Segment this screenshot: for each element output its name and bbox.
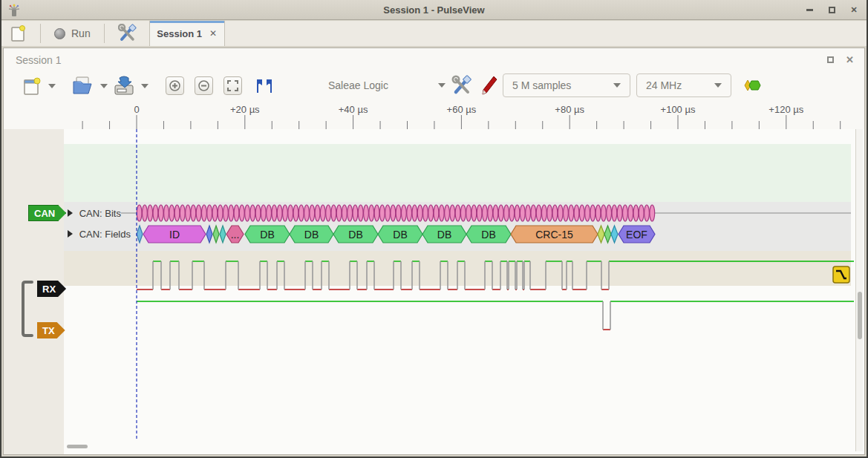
can-bit-annotation: [180, 205, 185, 221]
vertical-scrollbar-handle[interactable]: [858, 292, 862, 339]
can-bit-annotation: [639, 205, 644, 221]
can-bit-annotation: [547, 205, 552, 221]
can-bit-annotation: [234, 205, 239, 221]
can-bit-annotation: [223, 205, 229, 221]
horizontal-scrollbar-handle[interactable]: [67, 445, 88, 448]
row-label-can-fields[interactable]: CAN: Fields: [68, 229, 131, 240]
expand-icon[interactable]: [68, 209, 73, 217]
can-bit-annotation: [650, 205, 655, 221]
can-bit-annotation: [558, 205, 563, 221]
run-label: Run: [71, 27, 91, 39]
can-bit-annotation: [326, 205, 331, 221]
can-bit-annotation: [250, 205, 255, 221]
session-tab-label: Session 1: [157, 28, 202, 39]
can-bit-annotation: [261, 205, 266, 221]
decoder-tag-label: CAN: [34, 208, 55, 219]
run-button[interactable]: Run: [45, 21, 99, 46]
maximize-button[interactable]: [826, 5, 837, 16]
can-bit-annotation: [564, 205, 569, 221]
can-bit-annotation: [434, 205, 439, 221]
can-field-label: CRC-15: [535, 229, 573, 241]
can-bit-annotation: [531, 205, 536, 221]
configure-device-icon[interactable]: [451, 75, 472, 96]
can-bit-annotation: [342, 205, 347, 221]
can-bit-annotation: [612, 205, 617, 221]
save-file-icon[interactable]: [114, 75, 134, 96]
close-icon: ✕: [850, 5, 857, 15]
can-bit-annotation: [288, 205, 293, 221]
can-bit-annotation: [633, 205, 639, 221]
can-bit-annotation: [272, 205, 277, 221]
trigger-marker[interactable]: [833, 266, 849, 283]
title-bar[interactable]: Session 1 - PulseView ✕: [1, 0, 867, 20]
maximize-icon: [829, 7, 835, 13]
can-field-label: ...: [231, 229, 240, 241]
can-bit-annotation: [191, 205, 196, 221]
add-decoder-icon[interactable]: [743, 78, 763, 93]
can-field-bit-d: [598, 226, 604, 243]
can-field-label: DB: [260, 229, 274, 241]
session-tab[interactable]: Session 1 ✕: [149, 21, 225, 46]
tab-close-icon[interactable]: ✕: [209, 28, 217, 39]
can-bit-annotation: [229, 205, 234, 221]
can-field-sof: [137, 226, 143, 243]
sample-count-select[interactable]: 5 M samples: [503, 73, 630, 97]
can-bit-annotation: [239, 205, 244, 221]
can-bit-annotation: [293, 205, 298, 221]
tx-tag-label: TX: [42, 325, 55, 336]
new-session-button[interactable]: [1, 21, 36, 46]
settings-button[interactable]: [109, 21, 146, 46]
can-bit-annotation: [212, 205, 218, 221]
new-view-dropdown-caret[interactable]: [48, 84, 56, 88]
float-window-icon[interactable]: [827, 56, 834, 63]
can-bit-annotation: [617, 205, 622, 221]
can-bit-annotation: [623, 205, 628, 221]
trace-canvas: ID...DBDBDBDBDBDBCRC-15EOF: [4, 129, 864, 454]
open-dropdown-caret[interactable]: [100, 84, 108, 88]
main-toolbar: Run Session 1 ✕: [1, 21, 867, 46]
device-selector[interactable]: Saleae Logic: [328, 73, 446, 97]
expand-icon[interactable]: [68, 230, 73, 238]
can-bit-annotation: [143, 205, 148, 221]
zoom-in-button[interactable]: [166, 76, 184, 95]
trace-view[interactable]: ID...DBDBDBDBDBDBCRC-15EOF CAN CAN: Bits…: [4, 129, 864, 454]
new-view-icon[interactable]: [23, 76, 41, 96]
can-bit-annotation: [601, 205, 606, 221]
vertical-scrollbar[interactable]: [855, 129, 863, 451]
sample-rate-select[interactable]: 24 MHz: [636, 73, 731, 97]
rx-tag-label: RX: [42, 284, 56, 295]
row-label-can-bits[interactable]: CAN: Bits: [68, 208, 121, 219]
zoom-fit-icon: [227, 80, 238, 91]
probe-channels-icon[interactable]: [479, 75, 498, 96]
minimize-button[interactable]: [804, 5, 815, 16]
can-bit-annotation: [460, 205, 466, 221]
close-button[interactable]: ✕: [849, 5, 859, 16]
subwindow-header[interactable]: Session 1 ✕: [4, 48, 864, 72]
can-field-bit-b: [213, 226, 219, 243]
can-bit-annotation: [201, 205, 206, 221]
channel-group-bracket[interactable]: [23, 282, 32, 336]
can-bit-annotation: [574, 205, 579, 221]
can-bit-annotation: [148, 205, 153, 221]
can-bit-annotation: [396, 205, 401, 221]
sample-count-value: 5 M samples: [512, 79, 571, 91]
save-dropdown-caret[interactable]: [141, 84, 149, 88]
sample-rate-value: 24 MHz: [646, 79, 682, 91]
can-bit-annotation: [169, 205, 174, 221]
show-cursors-icon[interactable]: [255, 78, 274, 94]
can-bit-annotation: [174, 205, 180, 221]
open-file-icon[interactable]: [72, 76, 93, 95]
zoom-fit-button[interactable]: [223, 76, 242, 95]
can-bit-annotation: [439, 205, 444, 221]
can-field-label: DB: [304, 229, 319, 241]
can-field-bit-e: [604, 226, 611, 243]
can-bit-annotation: [483, 205, 488, 221]
new-session-icon: [10, 24, 27, 42]
can-bit-annotation: [255, 205, 261, 221]
can-bit-annotation: [298, 205, 304, 221]
zoom-in-icon: [169, 80, 180, 91]
timeline-ruler[interactable]: 0+20 µs+40 µs+60 µs+80 µs+100 µs+120 µs: [4, 102, 864, 129]
zoom-out-button[interactable]: [195, 76, 213, 95]
subwindow-close-icon[interactable]: ✕: [846, 54, 854, 65]
toolbar-separator: [40, 24, 41, 43]
